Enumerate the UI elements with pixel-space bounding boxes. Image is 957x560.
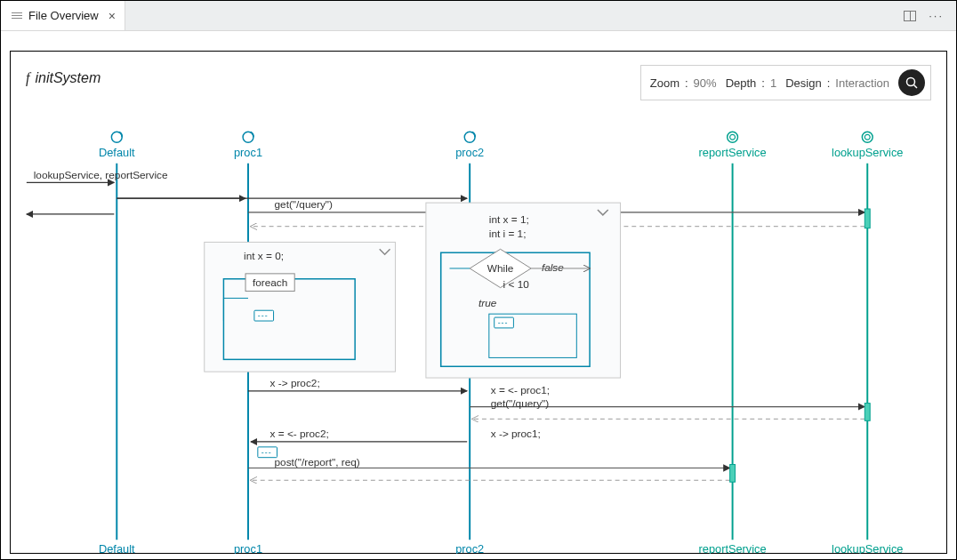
svg-text:foreach: foreach — [253, 276, 287, 289]
label-x-from-proc1: x = <- proc1; — [491, 384, 550, 396]
branch-true: true — [478, 297, 497, 309]
svg-text:int i = 1;: int i = 1; — [489, 228, 527, 240]
label-x-to-proc1: x -> proc1; — [491, 428, 541, 440]
function-title: finitSystem — [26, 70, 101, 86]
zoom-label: Zoom — [650, 76, 680, 90]
ellipsis-icon[interactable]: --- — [258, 311, 269, 320]
label-x-to-proc2: x -> proc2; — [270, 377, 320, 389]
label-x-from-proc2: x = <- proc2; — [270, 428, 329, 440]
activation-lookup-1 — [865, 209, 870, 228]
close-icon[interactable]: × — [109, 9, 116, 23]
outline-icon — [12, 12, 22, 19]
sequence-diagram[interactable]: Default proc1 proc2 — [10, 93, 947, 554]
lane-lookupservice-bottom: lookupService — [832, 542, 903, 554]
block-proc1[interactable]: int x = 0; foreach --- — [205, 242, 396, 372]
svg-point-11 — [862, 132, 873, 142]
svg-text:int x = 1;: int x = 1; — [489, 213, 529, 226]
while-condition: i < 10 — [503, 278, 530, 291]
tab-title: File Overview — [28, 9, 99, 22]
label-get-query-1: get("/query") — [275, 198, 333, 211]
zoom-value[interactable]: 90% — [694, 76, 717, 90]
label-entry: lookupService, reportService — [34, 169, 168, 181]
lane-proc2[interactable]: proc2 — [455, 132, 484, 159]
svg-text:Default: Default — [99, 146, 135, 159]
svg-text:int x = 0;: int x = 0; — [244, 250, 284, 262]
branch-false: false — [542, 261, 564, 274]
svg-text:proc1: proc1 — [234, 146, 262, 159]
function-icon: f — [26, 70, 29, 85]
lane-reportservice[interactable]: reportService — [699, 132, 767, 159]
lane-default[interactable]: Default — [99, 132, 135, 159]
svg-text:lookupService: lookupService — [832, 146, 903, 159]
svg-point-8 — [728, 132, 738, 142]
lane-proc1-bottom: proc1 — [234, 542, 262, 554]
svg-text:reportService: reportService — [699, 146, 767, 159]
svg-text:While: While — [487, 262, 514, 275]
svg-point-12 — [865, 134, 870, 140]
lane-reportservice-bottom: reportService — [699, 542, 767, 554]
design-label: Design — [785, 76, 821, 90]
label-post-report: post("/report", req) — [275, 456, 360, 468]
ellipsis-icon[interactable]: --- — [498, 318, 509, 327]
lane-proc1[interactable]: proc1 — [234, 132, 262, 159]
lane-default-bottom: Default — [99, 542, 135, 554]
svg-text:proc2: proc2 — [455, 146, 484, 159]
more-icon[interactable]: ··· — [929, 9, 944, 22]
tab-bar: File Overview × ··· — [1, 1, 956, 31]
svg-point-0 — [907, 78, 915, 86]
svg-text:---: --- — [261, 448, 272, 457]
svg-line-1 — [914, 85, 918, 89]
lane-proc2-bottom: proc2 — [455, 542, 484, 554]
activation-report — [730, 465, 736, 483]
lane-lookupservice[interactable]: lookupService — [832, 132, 903, 159]
split-panel-icon[interactable] — [904, 11, 916, 21]
label-get-query-2: get("/query") — [491, 397, 549, 410]
tab-file-overview[interactable]: File Overview × — [1, 1, 125, 30]
search-button[interactable] — [898, 69, 925, 96]
activation-lookup-2 — [865, 404, 870, 421]
depth-label: Depth — [726, 76, 757, 90]
block-proc2[interactable]: int x = 1; int i = 1; While i < 10 false… — [426, 203, 621, 378]
design-value[interactable]: Interaction — [835, 76, 889, 90]
svg-rect-14 — [205, 242, 396, 372]
svg-point-9 — [730, 134, 736, 140]
depth-value[interactable]: 1 — [770, 76, 776, 90]
search-icon — [905, 76, 919, 90]
